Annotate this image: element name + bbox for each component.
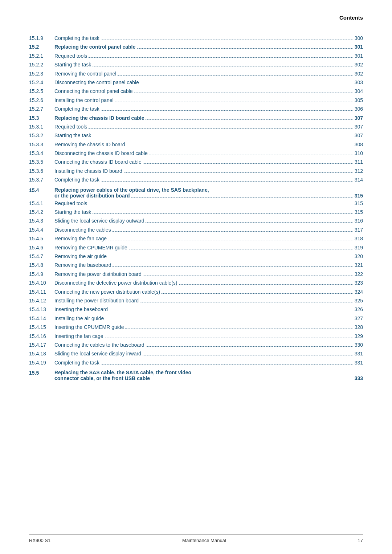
toc-row-15.4.7[interactable]: 15.4.7Removing the air guide320 [29, 252, 363, 260]
toc-title-wrapper-15.1.9: Completing the task300 [54, 34, 363, 42]
toc-row-15.2.2[interactable]: 15.2.2Starting the task302 [29, 61, 363, 69]
toc-page-15.4.12: 325 [355, 297, 363, 305]
toc-number-15.4.8: 15.4.8 [29, 261, 54, 269]
toc-number-15.1.9: 15.1.9 [29, 34, 54, 42]
toc-page-15.4.17: 330 [355, 341, 363, 349]
toc-title-text-15.2.7: Completing the task [54, 105, 99, 113]
toc-row-15.2.7[interactable]: 15.2.7Completing the task306 [29, 105, 363, 113]
toc-title-text-15.4.6: Removing the CPUMEMR guide [54, 244, 127, 252]
toc-dots-15.3 [146, 119, 353, 120]
toc-dots-15.4.17 [146, 346, 353, 347]
toc-title-text-15.4.4: Disconnecting the cables [54, 226, 111, 234]
toc-title-text-15.4.2: Starting the task [54, 208, 91, 216]
toc-number-15.4.12: 15.4.12 [29, 297, 54, 305]
toc-row-15.4.15[interactable]: 15.4.15Inserting the CPUMEMR guide328 [29, 323, 363, 331]
toc-row-15.3.1[interactable]: 15.3.1Required tools307 [29, 123, 363, 131]
toc-title-wrapper-15.3: Replacing the chassis ID board cable307 [54, 114, 363, 122]
toc-dots-15.2.7 [101, 110, 353, 111]
toc-row-15.2.3[interactable]: 15.2.3Removing the control panel302 [29, 70, 363, 78]
toc-title-text-15.4.13: Inserting the baseboard [54, 305, 108, 313]
toc-dots-15.4.6 [129, 249, 353, 249]
page-footer: RX900 S1 Maintenance Manual 17 [29, 534, 363, 543]
toc-row-15.4.10[interactable]: 15.4.10Disconnecting the defective power… [29, 279, 363, 287]
footer-product: RX900 S1 [29, 538, 50, 543]
toc-row-15.4.4[interactable]: 15.4.4Disconnecting the cables317 [29, 226, 363, 234]
toc-row-15.2.4[interactable]: 15.2.4Disconnecting the control panel ca… [29, 78, 363, 86]
toc-row-15.3.6[interactable]: 15.3.6Installing the chassis ID board312 [29, 167, 363, 175]
toc-dots-15.4.15 [125, 329, 353, 329]
toc-dots-15.3.7 [101, 181, 353, 182]
toc-title-15.5: Replacing the SAS cable, the SATA cable,… [54, 370, 363, 381]
toc-row-15.4[interactable]: 15.4Replacing power cables of the optica… [29, 187, 363, 199]
toc-row-15.1.9[interactable]: 15.1.9Completing the task300 [29, 34, 363, 42]
toc-row-15.4.19[interactable]: 15.4.19Completing the task331 [29, 359, 363, 367]
toc-title-wrapper-15.3.5: Connecting the chassis ID board cable311 [54, 158, 363, 166]
toc-page-15.2.5: 304 [355, 87, 363, 95]
toc-title-text-15.2.3: Removing the control panel [54, 70, 116, 78]
toc-page-15.2.2: 302 [355, 61, 363, 69]
toc-title-wrapper-15.2: Replacing the control panel cable301 [54, 43, 363, 51]
toc-number-15.4.1: 15.4.1 [29, 199, 54, 207]
toc-title-wrapper-15.2.4: Disconnecting the control panel cable303 [54, 78, 363, 86]
toc-dots-15.4.1 [89, 205, 353, 205]
toc-row-15.4.12[interactable]: 15.4.12Installing the power distribution… [29, 297, 363, 305]
toc-number-15.4.9: 15.4.9 [29, 270, 54, 278]
toc-title-line1-15.4: Replacing power cables of the optical dr… [54, 187, 209, 193]
toc-dots-15.2.6 [115, 102, 353, 102]
toc-page-15.2.7: 306 [355, 105, 363, 113]
toc-row-15.3.7[interactable]: 15.3.7Completing the task314 [29, 176, 363, 184]
toc-row-15.4.16[interactable]: 15.4.16Inserting the fan cage329 [29, 332, 363, 340]
toc-page-15.2.6: 305 [355, 96, 363, 104]
toc-row-15.4.9[interactable]: 15.4.9Removing the power distribution bo… [29, 270, 363, 278]
toc-title-text-15.4.17: Connecting the cables to the baseboard [54, 341, 144, 349]
toc-dots-15.4.12 [140, 302, 353, 302]
toc-title-wrapper-15.4.17: Connecting the cables to the baseboard33… [54, 341, 363, 349]
toc-number-15.4.19: 15.4.19 [29, 359, 54, 367]
toc-row-15.3.2[interactable]: 15.3.2Starting the task307 [29, 131, 363, 139]
toc-title-wrapper-15.4.3: Sliding the local service display outwar… [54, 217, 363, 225]
toc-row-15.3.3[interactable]: 15.3.3Removing the chassis ID board308 [29, 140, 363, 148]
toc-row-15.2.5[interactable]: 15.2.5Connecting the control panel cable… [29, 87, 363, 95]
toc-row-15.4.5[interactable]: 15.4.5Removing the fan cage318 [29, 235, 363, 243]
toc-row-15.4.17[interactable]: 15.4.17Connecting the cables to the base… [29, 341, 363, 349]
toc-dots-15.2 [137, 48, 353, 49]
toc-title-text-15.2.4: Disconnecting the control panel cable [54, 78, 139, 86]
toc-dots-15.4.13 [109, 311, 353, 311]
toc-row-15.5[interactable]: 15.5Replacing the SAS cable, the SATA ca… [29, 370, 363, 381]
toc-title-wrapper-15.4.10: Disconnecting the defective power distri… [54, 279, 363, 287]
toc-title-text-15.4.7: Removing the air guide [54, 252, 107, 260]
toc-title-text-15.4.14: Installing the air guide [54, 314, 104, 322]
toc-title-text-15.4.5: Removing the fan cage [54, 235, 107, 243]
toc-page-15.3.6: 312 [355, 167, 363, 175]
footer-document: Maintenance Manual [182, 538, 226, 543]
toc-title-wrapper-15.2.2: Starting the task302 [54, 61, 363, 69]
toc-title-wrapper-15.4.18: Sliding the local service display inward… [54, 350, 363, 358]
toc-row-15.4.14[interactable]: 15.4.14Installing the air guide327 [29, 314, 363, 322]
toc-title-wrapper-15.4.12: Installing the power distribution board3… [54, 297, 363, 305]
toc-row-15.4.1[interactable]: 15.4.1Required tools315 [29, 199, 363, 207]
toc-row-15.2.1[interactable]: 15.2.1Required tools301 [29, 52, 363, 60]
toc-row-15.4.11[interactable]: 15.4.11Connecting the new power distribu… [29, 288, 363, 296]
toc-page-15.2.1: 301 [355, 52, 363, 60]
toc-dots-15.3.4 [149, 155, 353, 155]
toc-row-15.4.6[interactable]: 15.4.6Removing the CPUMEMR guide319 [29, 244, 363, 252]
toc-number-15.3: 15.3 [29, 114, 54, 122]
toc-title-wrapper-15.4.8: Removing the baseboard321 [54, 261, 363, 269]
toc-row-15.4.2[interactable]: 15.4.2Starting the task315 [29, 208, 363, 216]
toc-title-text-15.2: Replacing the control panel cable [54, 43, 135, 51]
toc-row-15.3.4[interactable]: 15.3.4Disconnecting the chassis ID board… [29, 149, 363, 157]
toc-row-15.3.5[interactable]: 15.3.5Connecting the chassis ID board ca… [29, 158, 363, 166]
toc-row-15.2.6[interactable]: 15.2.6Installing the control panel305 [29, 96, 363, 104]
toc-row-15.2[interactable]: 15.2Replacing the control panel cable301 [29, 43, 363, 51]
toc-dots-15.2.1 [89, 57, 353, 58]
toc-row-15.4.3[interactable]: 15.4.3Sliding the local service display … [29, 217, 363, 225]
toc-dots-15.4.2 [93, 213, 353, 214]
toc-title-15.4: Replacing power cables of the optical dr… [54, 187, 363, 199]
toc-row-15.4.18[interactable]: 15.4.18Sliding the local service display… [29, 350, 363, 358]
footer-page-number: 17 [358, 538, 363, 543]
toc-page-15.2: 301 [355, 43, 363, 51]
toc-row-15.4.13[interactable]: 15.4.13Inserting the baseboard326 [29, 305, 363, 313]
toc-row-15.4.8[interactable]: 15.4.8Removing the baseboard321 [29, 261, 363, 269]
toc-row-15.3[interactable]: 15.3Replacing the chassis ID board cable… [29, 114, 363, 122]
toc-title-text-15.2.5: Connecting the control panel cable [54, 87, 133, 95]
